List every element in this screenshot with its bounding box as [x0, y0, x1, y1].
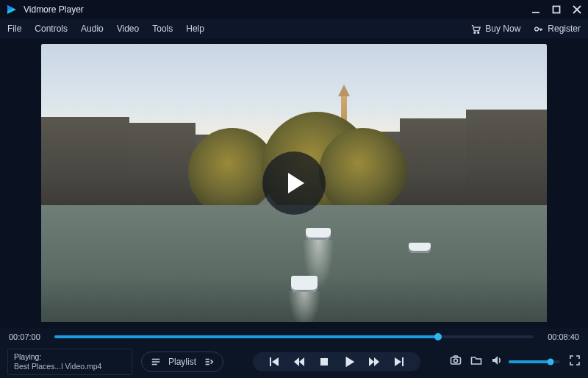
- time-current: 00:07:00: [9, 332, 47, 341]
- controls-bar: Playing: Best Places...l Video.mp4 Playl…: [0, 346, 588, 378]
- stop-button[interactable]: [318, 355, 331, 368]
- svg-point-7: [478, 32, 479, 33]
- playlist-toggle-icon: [204, 357, 214, 367]
- snapshot-button[interactable]: [450, 354, 462, 369]
- svg-rect-25: [402, 357, 404, 366]
- svg-point-27: [454, 359, 458, 363]
- menu-help[interactable]: Help: [186, 24, 204, 34]
- cart-icon: [471, 24, 481, 34]
- playlist-label: Playlist: [168, 357, 196, 367]
- buy-now-label: Buy Now: [485, 24, 520, 34]
- seek-bar[interactable]: [54, 335, 534, 338]
- now-playing-label: Playing:: [14, 352, 126, 362]
- now-playing-file: Best Places...l Video.mp4: [14, 362, 126, 371]
- svg-marker-24: [395, 357, 401, 366]
- app-title: Vidmore Player: [24, 4, 84, 15]
- volume-fill: [509, 360, 551, 363]
- transport-controls: [232, 352, 441, 371]
- menu-video[interactable]: Video: [117, 24, 139, 34]
- svg-point-6: [474, 32, 476, 33]
- svg-rect-20: [320, 358, 328, 365]
- close-button[interactable]: [572, 4, 582, 15]
- menu-tools[interactable]: Tools: [152, 24, 173, 34]
- register-label: Register: [548, 24, 581, 34]
- app-logo-icon: [6, 4, 18, 15]
- menu-audio[interactable]: Audio: [81, 24, 104, 34]
- svg-rect-16: [270, 357, 271, 366]
- svg-marker-19: [299, 357, 304, 366]
- play-button[interactable]: [343, 355, 356, 368]
- play-overlay-button[interactable]: [262, 151, 326, 215]
- menu-file[interactable]: File: [7, 24, 21, 34]
- progress-row: 00:07:00 00:08:40: [0, 328, 588, 346]
- svg-point-8: [535, 27, 539, 31]
- minimize-button[interactable]: [531, 4, 541, 15]
- titlebar: Vidmore Player: [0, 0, 588, 19]
- open-folder-button[interactable]: [470, 354, 482, 369]
- list-icon: [151, 357, 161, 367]
- svg-marker-9: [288, 173, 304, 193]
- video-frame[interactable]: [41, 44, 547, 322]
- svg-rect-3: [553, 6, 560, 13]
- svg-marker-22: [369, 357, 374, 366]
- svg-marker-17: [272, 357, 279, 366]
- video-stage: [0, 38, 588, 328]
- volume-control: [491, 354, 560, 369]
- svg-marker-28: [492, 356, 498, 365]
- fullscreen-icon: [569, 354, 581, 366]
- fullscreen-button[interactable]: [569, 354, 581, 369]
- playlist-button[interactable]: Playlist: [141, 352, 223, 372]
- menu-controls[interactable]: Controls: [35, 24, 68, 34]
- svg-marker-23: [374, 357, 379, 366]
- volume-button[interactable]: [491, 354, 503, 369]
- now-playing-box: Playing: Best Places...l Video.mp4: [7, 349, 132, 375]
- buy-now-button[interactable]: Buy Now: [471, 24, 520, 34]
- camera-icon: [450, 354, 462, 366]
- folder-icon: [470, 354, 482, 366]
- next-button[interactable]: [392, 355, 406, 368]
- svg-marker-18: [294, 357, 299, 366]
- seek-fill: [54, 335, 438, 338]
- rewind-button[interactable]: [293, 355, 306, 368]
- time-total: 00:08:40: [541, 332, 579, 341]
- maximize-button[interactable]: [551, 4, 562, 15]
- previous-button[interactable]: [268, 355, 281, 368]
- play-icon: [279, 168, 309, 198]
- key-icon: [534, 24, 543, 34]
- speaker-icon: [491, 354, 503, 366]
- volume-thumb[interactable]: [548, 359, 554, 365]
- menubar: File Controls Audio Video Tools Help Buy…: [0, 19, 588, 38]
- svg-marker-21: [346, 357, 355, 367]
- fast-forward-button[interactable]: [368, 355, 381, 368]
- register-button[interactable]: Register: [534, 24, 581, 34]
- volume-slider[interactable]: [509, 360, 560, 363]
- seek-thumb[interactable]: [434, 333, 442, 340]
